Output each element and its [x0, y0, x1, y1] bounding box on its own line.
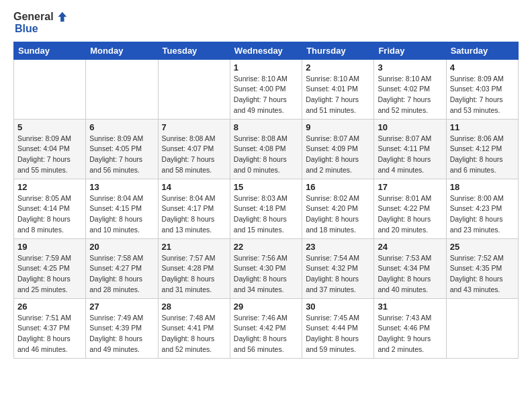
- day-detail: Sunrise: 7:59 AM Sunset: 4:25 PM Dayligh…: [17, 253, 82, 295]
- day-cell-21: 21Sunrise: 7:57 AM Sunset: 4:28 PM Dayli…: [158, 238, 230, 298]
- week-row-4: 19Sunrise: 7:59 AM Sunset: 4:25 PM Dayli…: [14, 238, 519, 298]
- day-detail: Sunrise: 8:10 AM Sunset: 4:01 PM Dayligh…: [306, 74, 370, 116]
- day-detail: Sunrise: 8:08 AM Sunset: 4:08 PM Dayligh…: [234, 134, 298, 176]
- svg-marker-0: [58, 12, 66, 21]
- day-number: 20: [89, 242, 154, 252]
- day-cell-25: 25Sunrise: 7:52 AM Sunset: 4:35 PM Dayli…: [446, 238, 518, 298]
- day-detail: Sunrise: 8:08 AM Sunset: 4:07 PM Dayligh…: [162, 134, 226, 176]
- day-number: 6: [89, 122, 154, 132]
- col-header-tuesday: Tuesday: [158, 42, 230, 59]
- col-header-monday: Monday: [86, 42, 158, 59]
- logo-general: General: [13, 11, 54, 23]
- header: General Blue: [13, 11, 519, 35]
- day-number: 9: [306, 122, 370, 132]
- day-number: 24: [378, 242, 442, 252]
- day-number: 1: [234, 62, 298, 73]
- empty-cell: [446, 298, 518, 358]
- page: General Blue SundayMondayTuesdayWednesda…: [0, 0, 532, 369]
- day-cell-7: 7Sunrise: 8:08 AM Sunset: 4:07 PM Daylig…: [158, 119, 230, 179]
- empty-cell: [158, 59, 230, 119]
- day-cell-16: 16Sunrise: 8:02 AM Sunset: 4:20 PM Dayli…: [302, 179, 374, 238]
- day-number: 14: [162, 182, 226, 192]
- day-cell-13: 13Sunrise: 8:04 AM Sunset: 4:15 PM Dayli…: [86, 179, 158, 238]
- day-detail: Sunrise: 7:48 AM Sunset: 4:41 PM Dayligh…: [162, 313, 226, 355]
- col-header-friday: Friday: [374, 42, 446, 59]
- day-detail: Sunrise: 7:46 AM Sunset: 4:42 PM Dayligh…: [234, 313, 298, 355]
- day-detail: Sunrise: 8:09 AM Sunset: 4:05 PM Dayligh…: [89, 134, 154, 176]
- day-number: 10: [378, 122, 442, 132]
- day-detail: Sunrise: 7:54 AM Sunset: 4:32 PM Dayligh…: [306, 253, 370, 295]
- day-detail: Sunrise: 8:02 AM Sunset: 4:20 PM Dayligh…: [306, 193, 370, 236]
- day-cell-3: 3Sunrise: 8:10 AM Sunset: 4:02 PM Daylig…: [374, 59, 446, 119]
- day-cell-26: 26Sunrise: 7:51 AM Sunset: 4:37 PM Dayli…: [14, 298, 86, 358]
- logo-text: General Blue: [13, 11, 67, 35]
- logo-bird-icon: [55, 11, 67, 23]
- day-detail: Sunrise: 8:10 AM Sunset: 4:02 PM Dayligh…: [378, 74, 442, 116]
- day-cell-29: 29Sunrise: 7:46 AM Sunset: 4:42 PM Dayli…: [230, 298, 302, 358]
- day-detail: Sunrise: 7:53 AM Sunset: 4:34 PM Dayligh…: [378, 253, 442, 295]
- col-header-wednesday: Wednesday: [230, 42, 302, 59]
- day-cell-2: 2Sunrise: 8:10 AM Sunset: 4:01 PM Daylig…: [302, 59, 374, 119]
- day-cell-15: 15Sunrise: 8:03 AM Sunset: 4:18 PM Dayli…: [230, 179, 302, 238]
- day-number: 18: [450, 182, 515, 192]
- day-number: 25: [450, 242, 515, 252]
- week-row-1: 1Sunrise: 8:10 AM Sunset: 4:00 PM Daylig…: [14, 59, 519, 119]
- day-number: 4: [450, 62, 515, 73]
- day-detail: Sunrise: 7:51 AM Sunset: 4:37 PM Dayligh…: [17, 313, 82, 355]
- day-number: 13: [89, 182, 154, 192]
- week-row-2: 5Sunrise: 8:09 AM Sunset: 4:04 PM Daylig…: [14, 119, 519, 179]
- day-cell-19: 19Sunrise: 7:59 AM Sunset: 4:25 PM Dayli…: [14, 238, 86, 298]
- day-cell-22: 22Sunrise: 7:56 AM Sunset: 4:30 PM Dayli…: [230, 238, 302, 298]
- day-cell-1: 1Sunrise: 8:10 AM Sunset: 4:00 PM Daylig…: [230, 59, 302, 119]
- day-cell-23: 23Sunrise: 7:54 AM Sunset: 4:32 PM Dayli…: [302, 238, 374, 298]
- day-number: 17: [378, 182, 442, 192]
- day-cell-30: 30Sunrise: 7:45 AM Sunset: 4:44 PM Dayli…: [302, 298, 374, 358]
- day-detail: Sunrise: 8:06 AM Sunset: 4:12 PM Dayligh…: [450, 134, 515, 176]
- day-number: 29: [234, 302, 298, 312]
- day-cell-12: 12Sunrise: 8:05 AM Sunset: 4:14 PM Dayli…: [14, 179, 86, 238]
- day-detail: Sunrise: 8:03 AM Sunset: 4:18 PM Dayligh…: [234, 193, 298, 236]
- day-cell-8: 8Sunrise: 8:08 AM Sunset: 4:08 PM Daylig…: [230, 119, 302, 179]
- day-number: 2: [306, 62, 370, 73]
- day-cell-6: 6Sunrise: 8:09 AM Sunset: 4:05 PM Daylig…: [86, 119, 158, 179]
- day-cell-27: 27Sunrise: 7:49 AM Sunset: 4:39 PM Dayli…: [86, 298, 158, 358]
- day-number: 30: [306, 302, 370, 312]
- day-cell-18: 18Sunrise: 8:00 AM Sunset: 4:23 PM Dayli…: [446, 179, 518, 238]
- day-number: 16: [306, 182, 370, 192]
- day-number: 27: [89, 302, 154, 312]
- logo-blue: Blue: [15, 23, 67, 35]
- day-number: 31: [378, 302, 442, 312]
- day-detail: Sunrise: 7:57 AM Sunset: 4:28 PM Dayligh…: [162, 253, 226, 295]
- day-detail: Sunrise: 8:05 AM Sunset: 4:14 PM Dayligh…: [17, 193, 82, 236]
- day-cell-24: 24Sunrise: 7:53 AM Sunset: 4:34 PM Dayli…: [374, 238, 446, 298]
- day-detail: Sunrise: 7:52 AM Sunset: 4:35 PM Dayligh…: [450, 253, 515, 295]
- day-cell-11: 11Sunrise: 8:06 AM Sunset: 4:12 PM Dayli…: [446, 119, 518, 179]
- day-number: 7: [162, 122, 226, 132]
- day-number: 3: [378, 62, 442, 73]
- day-detail: Sunrise: 7:45 AM Sunset: 4:44 PM Dayligh…: [306, 313, 370, 355]
- day-number: 19: [17, 242, 82, 252]
- day-number: 21: [162, 242, 226, 252]
- day-cell-9: 9Sunrise: 8:07 AM Sunset: 4:09 PM Daylig…: [302, 119, 374, 179]
- day-detail: Sunrise: 8:04 AM Sunset: 4:15 PM Dayligh…: [89, 193, 154, 236]
- day-detail: Sunrise: 7:49 AM Sunset: 4:39 PM Dayligh…: [89, 313, 154, 355]
- day-number: 22: [234, 242, 298, 252]
- day-number: 12: [17, 182, 82, 192]
- day-detail: Sunrise: 8:07 AM Sunset: 4:09 PM Dayligh…: [306, 134, 370, 176]
- day-cell-28: 28Sunrise: 7:48 AM Sunset: 4:41 PM Dayli…: [158, 298, 230, 358]
- day-cell-5: 5Sunrise: 8:09 AM Sunset: 4:04 PM Daylig…: [14, 119, 86, 179]
- logo: General Blue: [13, 11, 67, 35]
- day-cell-17: 17Sunrise: 8:01 AM Sunset: 4:22 PM Dayli…: [374, 179, 446, 238]
- col-header-saturday: Saturday: [446, 42, 518, 59]
- empty-cell: [86, 59, 158, 119]
- day-cell-4: 4Sunrise: 8:09 AM Sunset: 4:03 PM Daylig…: [446, 59, 518, 119]
- day-detail: Sunrise: 7:43 AM Sunset: 4:46 PM Dayligh…: [378, 313, 442, 355]
- day-number: 11: [450, 122, 515, 132]
- day-detail: Sunrise: 8:00 AM Sunset: 4:23 PM Dayligh…: [450, 193, 515, 236]
- day-cell-20: 20Sunrise: 7:58 AM Sunset: 4:27 PM Dayli…: [86, 238, 158, 298]
- day-cell-31: 31Sunrise: 7:43 AM Sunset: 4:46 PM Dayli…: [374, 298, 446, 358]
- col-header-thursday: Thursday: [302, 42, 374, 59]
- day-cell-10: 10Sunrise: 8:07 AM Sunset: 4:11 PM Dayli…: [374, 119, 446, 179]
- day-detail: Sunrise: 8:09 AM Sunset: 4:03 PM Dayligh…: [450, 74, 515, 116]
- week-row-5: 26Sunrise: 7:51 AM Sunset: 4:37 PM Dayli…: [14, 298, 519, 358]
